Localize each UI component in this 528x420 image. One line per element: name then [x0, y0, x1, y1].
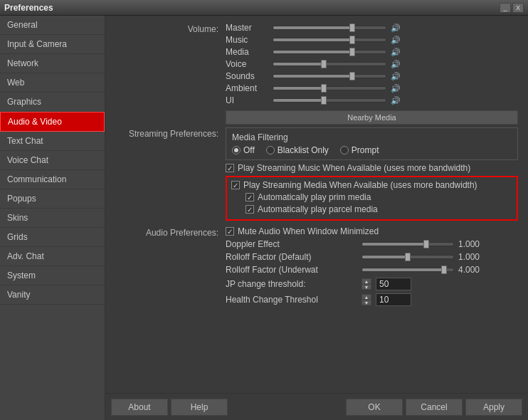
- radio-circle-off[interactable]: [232, 146, 241, 154]
- audio-slider[interactable]: [361, 268, 454, 272]
- sidebar-item-voice-chat[interactable]: Voice Chat: [0, 151, 105, 170]
- media-filtering-box: Media Filtering Off Blacklist Only Promp…: [226, 127, 518, 160]
- radio-prompt[interactable]: Prompt: [340, 145, 379, 155]
- volume-mute-icon[interactable]: 🔊: [391, 48, 401, 57]
- volume-slider-track[interactable]: [273, 62, 386, 66]
- audio-slider[interactable]: [361, 255, 454, 259]
- mute-row: Mute Audio When Window Minimized: [226, 226, 518, 236]
- volume-slider-track[interactable]: [273, 86, 386, 90]
- volume-row-master: Master 🔊: [226, 23, 518, 33]
- preferences-window: Preferences _ X GeneralInput & CameraNet…: [0, 0, 528, 420]
- sidebar-item-grids[interactable]: Grids: [0, 228, 105, 247]
- audio-row-doppler-effect: Doppler Effect 1.000: [226, 239, 518, 249]
- health-input[interactable]: [376, 293, 411, 306]
- close-button[interactable]: X: [512, 3, 524, 13]
- health-stepper[interactable]: ▲ ▼: [361, 294, 371, 305]
- sidebar-item-communication[interactable]: Communication: [0, 170, 105, 189]
- sidebar-item-network[interactable]: Network: [0, 54, 105, 73]
- health-up-btn[interactable]: ▲: [361, 294, 371, 300]
- sidebar-item-vanity[interactable]: Vanity: [0, 285, 105, 305]
- sidebar-item-system[interactable]: System: [0, 266, 105, 285]
- volume-slider-track[interactable]: [273, 38, 386, 42]
- sidebar-item-text-chat[interactable]: Text Chat: [0, 132, 105, 151]
- volume-row-ui: UI 🔊: [226, 95, 518, 105]
- checkbox-play-parcel[interactable]: [245, 205, 254, 214]
- audio-slider[interactable]: [361, 242, 454, 246]
- checkbox-row-play-parcel[interactable]: Automatically play parcel media: [231, 204, 512, 214]
- audio-row-rolloff-factor-(default): Rolloff Factor (Default) 1.000: [226, 252, 518, 262]
- radio-circle-prompt[interactable]: [340, 146, 349, 154]
- volume-label-text: UI: [226, 95, 268, 105]
- volume-mute-icon[interactable]: 🔊: [391, 96, 401, 105]
- jp-row: JP change threshold: ▲ ▼: [226, 278, 518, 290]
- radio-label-blacklist: Blacklist Only: [278, 145, 329, 155]
- nearby-media-button[interactable]: Nearby Media: [226, 110, 518, 125]
- sidebar-item-audio-video[interactable]: Audio & Video: [0, 112, 105, 132]
- radio-blacklist[interactable]: Blacklist Only: [266, 145, 329, 155]
- audio-prefs-label: Audio Preferences:: [115, 226, 218, 238]
- bottom-left-buttons: About Help: [111, 399, 228, 416]
- checkbox-play-music[interactable]: [226, 164, 234, 172]
- checkbox-row-play-music[interactable]: Play Streaming Music When Available (use…: [226, 163, 518, 173]
- checkbox-label-play-parcel: Automatically play parcel media: [258, 204, 378, 214]
- about-button[interactable]: About: [111, 399, 168, 416]
- media-filtering-radios: Off Blacklist Only Prompt: [232, 145, 512, 155]
- volume-label-text: Media: [226, 47, 268, 57]
- volume-row-media: Media 🔊: [226, 47, 518, 57]
- health-row: Health Change Threshol ▲ ▼: [226, 293, 518, 306]
- minimize-button[interactable]: _: [500, 3, 511, 13]
- checkbox-row-play-prim[interactable]: Automatically play prim media: [231, 192, 512, 202]
- radio-circle-blacklist[interactable]: [266, 146, 275, 154]
- volume-mute-icon[interactable]: 🔊: [391, 23, 401, 33]
- volume-mute-icon[interactable]: 🔊: [391, 36, 401, 45]
- sidebar-item-skins[interactable]: Skins: [0, 209, 105, 228]
- jp-down-btn[interactable]: ▼: [361, 284, 371, 290]
- cancel-button[interactable]: Cancel: [406, 399, 463, 416]
- checkbox-label-play-music: Play Streaming Music When Available (use…: [238, 163, 470, 173]
- streaming-content: Media Filtering Off Blacklist Only Promp…: [226, 127, 518, 221]
- mute-checkbox[interactable]: [226, 227, 234, 236]
- checkbox-play-media[interactable]: [231, 181, 240, 189]
- volume-slider-track[interactable]: [273, 26, 386, 30]
- volume-mute-icon[interactable]: 🔊: [391, 72, 401, 81]
- radio-off[interactable]: Off: [232, 145, 255, 155]
- highlight-box: Play Streaming Media When Available (use…: [226, 176, 518, 221]
- checkbox-play-prim[interactable]: [245, 193, 254, 201]
- sidebar-item-popups[interactable]: Popups: [0, 189, 105, 209]
- jp-stepper[interactable]: ▲ ▼: [361, 278, 371, 290]
- volume-mute-icon[interactable]: 🔊: [391, 84, 401, 93]
- apply-button[interactable]: Apply: [465, 399, 522, 416]
- audio-prefs-section: Audio Preferences: Mute Audio When Windo…: [115, 226, 518, 306]
- audio-row-label: Doppler Effect: [226, 239, 357, 249]
- ok-button[interactable]: OK: [346, 399, 403, 416]
- checkbox-row-play-media[interactable]: Play Streaming Media When Available (use…: [231, 180, 512, 190]
- jp-label: JP change threshold:: [226, 279, 357, 289]
- volume-slider-track[interactable]: [273, 74, 386, 78]
- checkbox-label-play-prim: Automatically play prim media: [258, 192, 371, 202]
- jp-input[interactable]: [376, 278, 411, 290]
- audio-value: 1.000: [458, 252, 487, 262]
- radio-label-off: Off: [243, 145, 255, 155]
- audio-row-label: Rolloff Factor (Default): [226, 252, 357, 262]
- jp-up-btn[interactable]: ▲: [361, 278, 371, 284]
- radio-label-prompt: Prompt: [352, 145, 379, 155]
- sidebar: GeneralInput & CameraNetworkWebGraphicsA…: [0, 16, 105, 420]
- volume-slider-track[interactable]: [273, 50, 386, 54]
- mute-label: Mute Audio When Window Minimized: [238, 226, 379, 236]
- sidebar-item-adv-chat[interactable]: Adv. Chat: [0, 247, 105, 266]
- volume-mute-icon[interactable]: 🔊: [391, 60, 401, 69]
- bottom-bar: About Help OK Cancel Apply: [105, 393, 528, 420]
- sidebar-item-general[interactable]: General: [0, 16, 105, 35]
- sidebar-item-input-camera[interactable]: Input & Camera: [0, 35, 105, 54]
- volume-row-voice: Voice 🔊: [226, 59, 518, 69]
- content-area: Volume: Master 🔊 Music 🔊 Media 🔊 Voice 🔊: [105, 16, 528, 393]
- title-bar-buttons: _ X: [500, 3, 524, 13]
- volume-slider-track[interactable]: [273, 98, 386, 103]
- health-down-btn[interactable]: ▼: [361, 300, 371, 305]
- audio-row-label: Rolloff Factor (Underwat: [226, 265, 357, 275]
- volume-row-ambient: Ambient 🔊: [226, 83, 518, 93]
- sidebar-item-graphics[interactable]: Graphics: [0, 93, 105, 112]
- help-button[interactable]: Help: [171, 399, 228, 416]
- volume-label-text: Voice: [226, 59, 268, 69]
- sidebar-item-web[interactable]: Web: [0, 73, 105, 93]
